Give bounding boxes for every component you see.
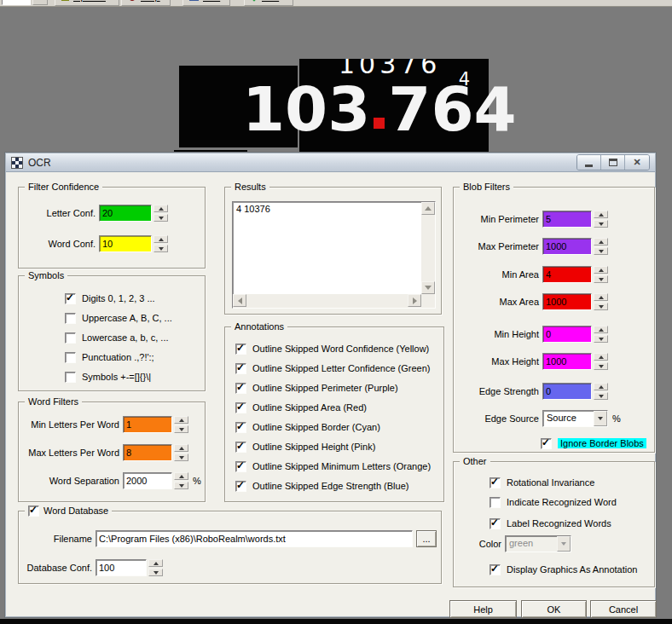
scroll-left-button[interactable] (233, 294, 246, 307)
outline-border-checkbox[interactable] (235, 422, 246, 433)
rotational-invariance-checkbox[interactable] (490, 477, 501, 488)
edge-source-dropdown[interactable]: Source (542, 410, 608, 427)
ok-button[interactable]: OK (521, 600, 587, 618)
color-dropdown[interactable]: green (505, 535, 571, 552)
letter-conf-field[interactable]: 20 (99, 205, 152, 222)
toolbar-combo[interactable] (2, 0, 31, 5)
outline-border-label: Outline Skipped Border (Cyan) (252, 422, 380, 432)
arrow-down-icon (599, 305, 604, 311)
outline-height-checkbox[interactable] (235, 442, 246, 453)
dropdown-button[interactable] (594, 411, 607, 426)
spin-down-button[interactable] (148, 569, 163, 576)
spin-down-button[interactable] (594, 362, 608, 370)
test-button[interactable]: Test (244, 0, 293, 6)
minimize-button[interactable] (577, 155, 601, 170)
dropdown-button[interactable] (557, 536, 571, 552)
spin-up-button[interactable] (174, 416, 188, 424)
spin-down-button[interactable] (594, 247, 608, 255)
max-height-spinner (594, 353, 608, 370)
outline-letter-confidence-checkbox[interactable] (235, 363, 246, 374)
scroll-up-button[interactable] (421, 202, 435, 215)
help-button[interactable]: Help (449, 600, 517, 618)
edge-strength-field[interactable]: 0 (542, 383, 592, 400)
min-height-field[interactable]: 0 (542, 326, 592, 343)
outline-height-label: Outline Skipped Height (Pink) (252, 442, 375, 452)
spin-up-button[interactable] (174, 444, 188, 452)
results-textbox[interactable]: 4 10376 (232, 201, 436, 309)
spin-up-button[interactable] (154, 235, 168, 243)
spin-down-button[interactable] (594, 335, 608, 343)
lowercase-checkbox[interactable] (65, 332, 76, 344)
word-database-legend: Word Database (25, 505, 112, 517)
word-separation-field[interactable]: 2000 (123, 472, 172, 489)
results-title: Results (231, 181, 269, 193)
browse-button[interactable]: ... (416, 530, 437, 547)
scroll-down-button[interactable] (421, 281, 435, 294)
toolbar-combo-button[interactable] (32, 0, 48, 5)
spin-up-button[interactable] (148, 559, 163, 567)
spin-down-button[interactable] (594, 303, 608, 310)
spin-up-button[interactable] (174, 472, 188, 480)
digits-checkbox[interactable] (65, 293, 76, 304)
spin-up-button[interactable] (594, 383, 608, 390)
max-letters-field[interactable]: 8 (123, 444, 172, 461)
filename-field[interactable]: C:\Program Files (x86)\RoboRealm\words.t… (96, 530, 413, 547)
display-graphics-checkbox[interactable] (490, 564, 501, 575)
ignore-border-blobs-checkbox[interactable] (541, 438, 552, 449)
spin-down-button[interactable] (594, 275, 608, 283)
horizontal-scrollbar[interactable] (233, 294, 421, 308)
letter-conf-spinner (154, 205, 168, 222)
spin-up-button[interactable] (594, 266, 608, 274)
spin-down-button[interactable] (154, 214, 168, 222)
max-height-field[interactable]: 1000 (542, 353, 592, 370)
outline-minimum-letters-checkbox[interactable] (235, 461, 246, 472)
spin-up-button[interactable] (594, 211, 608, 218)
max-perimeter-field[interactable]: 1000 (542, 238, 592, 255)
options-button[interactable]: Options (55, 0, 119, 6)
help-toolbar-button[interactable]: Help (121, 0, 171, 6)
spin-up-button[interactable] (594, 326, 608, 333)
spin-down-button[interactable] (174, 482, 188, 489)
cancel-button[interactable]: Cancel (590, 600, 657, 618)
max-area-field[interactable]: 1000 (542, 293, 592, 310)
vertical-scrollbar[interactable] (421, 202, 435, 294)
word-conf-field[interactable]: 10 (99, 235, 152, 252)
outline-minimum-letters-label: Outline Skipped Minimum Letters (Orange) (252, 461, 431, 471)
label-recognized-words-checkbox[interactable] (490, 518, 501, 529)
spin-down-button[interactable] (174, 425, 188, 433)
spin-up-button[interactable] (594, 293, 608, 301)
database-conf-field[interactable]: 100 (96, 559, 147, 576)
toolbar: Options Help Run Test (0, 0, 672, 7)
outline-perimeter-checkbox[interactable] (235, 383, 246, 394)
help-label: Help (141, 0, 160, 2)
run-button[interactable]: Run (182, 0, 230, 6)
punctuation-checkbox[interactable] (65, 352, 76, 363)
lowercase-label: Lowercase a, b, c, ... (82, 332, 169, 343)
arrow-down-icon (599, 222, 604, 228)
max-letters-label: Max Letters Per Word (22, 448, 119, 458)
min-perimeter-field[interactable]: 5 (542, 211, 592, 228)
min-area-field[interactable]: 4 (542, 266, 592, 283)
indicate-recognized-word-checkbox[interactable] (490, 497, 501, 508)
window-title: OCR (28, 157, 51, 169)
word-database-checkbox[interactable] (28, 506, 39, 517)
title-bar[interactable]: OCR ✕ (6, 153, 655, 172)
scroll-right-button[interactable] (408, 294, 421, 307)
spin-up-button[interactable] (594, 353, 608, 361)
spin-down-button[interactable] (174, 454, 188, 461)
spin-down-button[interactable] (594, 220, 608, 228)
outline-area-checkbox[interactable] (235, 402, 246, 413)
uppercase-checkbox[interactable] (65, 313, 76, 324)
min-letters-field[interactable]: 1 (123, 416, 172, 433)
spin-up-button[interactable] (594, 238, 608, 246)
close-button[interactable]: ✕ (625, 155, 649, 170)
outline-edge-strength-checkbox[interactable] (235, 481, 246, 492)
outline-word-confidence-checkbox[interactable] (235, 344, 246, 355)
symbols-checkbox[interactable] (65, 372, 76, 383)
spin-down-button[interactable] (594, 392, 608, 400)
maximize-button[interactable] (601, 155, 625, 170)
spin-up-button[interactable] (154, 205, 168, 212)
digits-label: Digits 0, 1, 2, 3 ... (82, 293, 155, 303)
spin-down-button[interactable] (154, 245, 168, 252)
annotations-title: Annotations (231, 321, 287, 332)
